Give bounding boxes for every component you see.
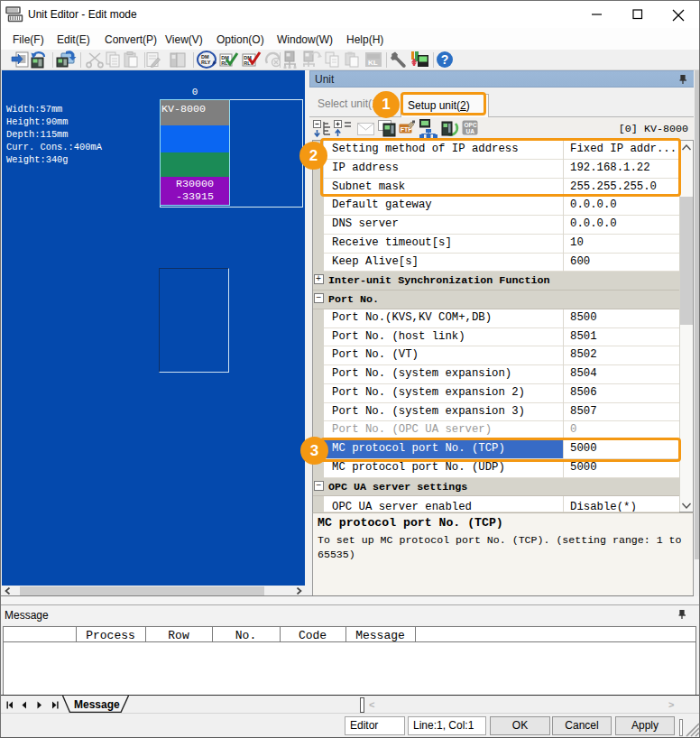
svg-text:?: ? (441, 52, 449, 67)
svg-text:OPC: OPC (465, 122, 477, 128)
svg-text:KL: KL (368, 59, 378, 67)
svg-text:UA: UA (466, 128, 475, 134)
svg-text:RLY: RLY (201, 60, 211, 65)
